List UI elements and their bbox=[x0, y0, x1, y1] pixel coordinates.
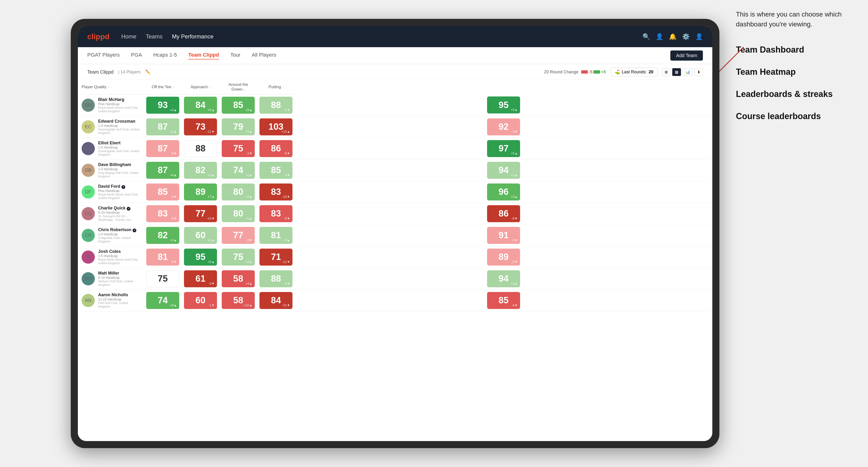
score-change: -3▼ bbox=[171, 260, 177, 264]
score-cell-9-3: 84 -21▼ bbox=[257, 290, 295, 311]
subnav-tour[interactable]: Tour bbox=[230, 52, 240, 59]
score-change: +3▲ bbox=[511, 195, 518, 198]
score-value: 77 bbox=[195, 209, 206, 219]
score-value: 75 bbox=[158, 274, 168, 284]
search-icon[interactable]: 🔍 bbox=[643, 33, 650, 40]
sort-arrow-aroundgreen[interactable]: ↓ bbox=[244, 88, 245, 91]
annotation-item-4: Course leaderboards bbox=[736, 110, 849, 123]
table-row[interactable]: DB Dave Billingham 1-5 Handicap Gog Mago… bbox=[78, 159, 712, 181]
score-value: 83 bbox=[271, 209, 281, 219]
table-row[interactable]: DF David Ford ✓ Plus Handicap Royal Nort… bbox=[78, 181, 712, 203]
table-row[interactable]: EE Elliot Ebert 1-5 Handicap Sunningdale… bbox=[78, 138, 712, 159]
subnav-teamclippd[interactable]: Team Clippd bbox=[188, 52, 219, 59]
score-change: -3▼ bbox=[284, 173, 290, 177]
score-box: 93 +4▲ bbox=[146, 97, 179, 114]
sort-arrow-putting[interactable]: ↓ bbox=[282, 86, 283, 89]
avatar-icon[interactable]: 👤 bbox=[695, 33, 703, 40]
score-cell-7-2: 75 +2▲ bbox=[219, 246, 257, 268]
edit-icon[interactable]: ✏️ bbox=[145, 69, 151, 74]
score-change: +15▲ bbox=[281, 130, 290, 133]
user-icon[interactable]: 👤 bbox=[656, 33, 663, 40]
nav-link-myperformance[interactable]: My Performance bbox=[172, 32, 214, 41]
table-row[interactable]: MM Matt Miller 6-10 Handicap Woburn Golf… bbox=[78, 268, 712, 290]
bell-icon[interactable]: 🔔 bbox=[669, 33, 677, 40]
score-cell-5-2: 80 +1▲ bbox=[219, 203, 257, 224]
player-cell-4: DF David Ford ✓ Plus Handicap Royal Nort… bbox=[78, 181, 144, 203]
score-change: -3▼ bbox=[246, 151, 252, 155]
score-cell-5-1: 77 -14▼ bbox=[182, 203, 219, 224]
table-row[interactable]: CR Chris Robertson ✓ 1-5 Handicap Craigm… bbox=[78, 224, 712, 246]
subnav-allplayers[interactable]: All Players bbox=[252, 52, 276, 59]
score-change: +1▲ bbox=[170, 130, 177, 133]
score-value: 88 bbox=[271, 274, 281, 284]
annotation-item-3: Leaderboards & streaks bbox=[736, 88, 849, 100]
score-box: 95 +9▲ bbox=[487, 96, 520, 114]
sort-arrow-offtee[interactable]: ↓ bbox=[173, 86, 174, 89]
player-club: Royal North Devon Golf Club, United King… bbox=[98, 106, 140, 113]
score-value: 58 bbox=[233, 295, 243, 305]
player-handicap: 1-5 Handicap bbox=[98, 232, 140, 236]
score-value: 85 bbox=[158, 187, 168, 197]
score-value: 91 bbox=[499, 230, 508, 240]
score-box: 58 +10▲ bbox=[222, 292, 255, 309]
score-change: +8▲ bbox=[170, 303, 177, 307]
score-change: -1▼ bbox=[284, 108, 290, 112]
view-chart-button[interactable]: 📊 bbox=[683, 68, 693, 76]
score-change: +10▲ bbox=[243, 303, 252, 307]
nav-link-home[interactable]: Home bbox=[121, 32, 136, 41]
player-handicap: 6-10 Handicap bbox=[98, 211, 140, 214]
score-change: +3▲ bbox=[170, 238, 177, 242]
change-pos: +5 bbox=[601, 69, 606, 74]
score-change: -3▼ bbox=[171, 151, 177, 155]
score-box: 88 bbox=[184, 140, 217, 157]
score-cell-4-2: 80 +3▲ bbox=[219, 181, 257, 203]
score-box: 92 -3▼ bbox=[487, 118, 520, 135]
score-value: 74 bbox=[158, 295, 168, 305]
subnav-pgat[interactable]: PGAT Players bbox=[87, 52, 120, 59]
table-body: BM Blair McHarg Plus Handicap Royal Nort… bbox=[78, 94, 712, 311]
player-name: Chris Robertson ✓ bbox=[98, 227, 140, 232]
player-name: Dave Billingham bbox=[98, 162, 140, 167]
player-handicap: 1-5 Handicap bbox=[98, 254, 140, 258]
score-cell-6-0: 82 +3▲ bbox=[144, 224, 182, 246]
score-value: 83 bbox=[271, 187, 281, 197]
table-row[interactable]: EC Edward Crossman 1-5 Handicap Sunningd… bbox=[78, 116, 712, 138]
score-value: 87 bbox=[158, 122, 168, 132]
score-box: 94 +1▲ bbox=[487, 162, 520, 179]
sort-arrow-approach[interactable]: ↓ bbox=[209, 86, 210, 89]
add-team-button[interactable]: Add Team bbox=[670, 51, 703, 61]
score-change: -4▼ bbox=[512, 303, 518, 307]
view-heatmap-button[interactable]: ▦ bbox=[672, 68, 681, 76]
nav-link-teams[interactable]: Teams bbox=[146, 32, 162, 41]
player-cell-8: MM Matt Miller 6-10 Handicap Woburn Golf… bbox=[78, 268, 144, 290]
last-rounds-button[interactable]: ⛳ Last Rounds: 20 bbox=[611, 67, 657, 76]
settings-icon[interactable]: ⚙️ bbox=[682, 33, 690, 40]
subnav-pga[interactable]: PGA bbox=[131, 52, 142, 59]
score-value: 80 bbox=[233, 209, 243, 219]
score-cell-1-1: 73 -11▼ bbox=[182, 116, 219, 138]
tablet-frame: clippd Home Teams My Performance 🔍 👤 🔔 ⚙… bbox=[71, 19, 719, 448]
player-handicap: 6-10 Handicap bbox=[98, 276, 140, 280]
player-name: Elliot Ebert bbox=[98, 141, 140, 146]
score-value: 95 bbox=[195, 252, 206, 262]
subnav-hcaps[interactable]: Hcaps 1-5 bbox=[153, 52, 177, 59]
score-value: 88 bbox=[195, 144, 206, 154]
score-change: +8▲ bbox=[208, 260, 215, 264]
table-row[interactable]: AN Aaron Nicholls 11-15 Handicap Drift G… bbox=[78, 290, 712, 311]
score-box: 58 +4▲ bbox=[222, 270, 255, 287]
sort-arrow-player[interactable]: ↓ bbox=[108, 86, 109, 89]
score-cell-2-1: 88 bbox=[182, 138, 219, 159]
table-row[interactable]: JC Josh Coles 1-5 Handicap Royal North D… bbox=[78, 246, 712, 268]
view-grid-button[interactable]: ⊞ bbox=[662, 68, 670, 76]
score-value: 97 bbox=[499, 144, 508, 154]
score-change: -8▼ bbox=[512, 217, 518, 220]
score-change: -1▼ bbox=[209, 303, 215, 307]
table-row[interactable]: CQ Charlie Quick ✓ 6-10 Handicap St. Geo… bbox=[78, 203, 712, 224]
score-box: 88 -1▼ bbox=[259, 97, 292, 114]
score-change: +1▲ bbox=[511, 173, 518, 177]
score-change: -14▼ bbox=[207, 217, 215, 220]
score-box: 96 +3▲ bbox=[487, 184, 520, 200]
score-box: 80 +3▲ bbox=[222, 184, 255, 200]
view-download-button[interactable]: ⬇ bbox=[695, 68, 703, 76]
table-row[interactable]: BM Blair McHarg Plus Handicap Royal Nort… bbox=[78, 94, 712, 116]
